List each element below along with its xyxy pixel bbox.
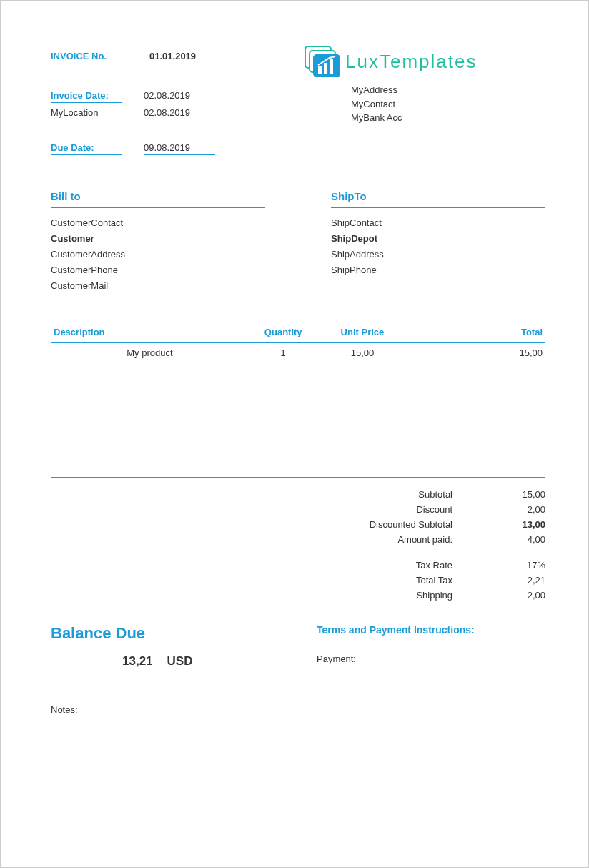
location-row: MyLocation 02.08.2019 bbox=[51, 107, 265, 118]
due-date-value: 09.08.2019 bbox=[144, 142, 215, 155]
subtotal-value: 15,00 bbox=[495, 489, 545, 500]
ship-to-title: ShipTo bbox=[331, 187, 545, 208]
tax-rate-row: Tax Rate 17% bbox=[302, 558, 545, 573]
ship-to-block: ShipTo ShipContact ShipDepot ShipAddress… bbox=[331, 187, 545, 294]
company-logo-block: LuxTemplates bbox=[302, 44, 545, 82]
header-left: INVOICE No. 01.01.2019 Invoice Date: 02.… bbox=[51, 51, 265, 155]
balance-due-title: Balance Due bbox=[51, 624, 251, 643]
total-tax-row: Total Tax 2,21 bbox=[302, 573, 545, 588]
bill-to-name: Customer bbox=[51, 231, 265, 247]
totals-block: Subtotal 15,00 Discount 2,00 Discounted … bbox=[51, 487, 545, 603]
invoice-date-label: Invoice Date: bbox=[51, 90, 122, 103]
terms-block: Terms and Payment Instructions: Payment: bbox=[317, 624, 545, 664]
tax-rate-value: 17% bbox=[495, 560, 545, 571]
table-header-row: Description Quantity Unit Price Total bbox=[51, 322, 545, 342]
bill-to-phone: CustomerPhone bbox=[51, 262, 265, 278]
svg-rect-5 bbox=[330, 59, 333, 74]
invoice-no-value: 01.01.2019 bbox=[149, 51, 196, 61]
ship-to-name: ShipDepot bbox=[331, 231, 545, 247]
terms-title: Terms and Payment Instructions: bbox=[317, 624, 545, 636]
shipping-value: 2,00 bbox=[495, 590, 545, 601]
bill-to-block: Bill to CustomerContact Customer Custome… bbox=[51, 187, 265, 294]
bill-to-address: CustomerAddress bbox=[51, 247, 265, 262]
bill-to-title: Bill to bbox=[51, 187, 265, 208]
balance-amount: 13,21 bbox=[122, 654, 153, 669]
subtotal-row: Subtotal 15,00 bbox=[302, 487, 545, 502]
balance-left: Balance Due 13,21 USD bbox=[51, 624, 251, 669]
col-description-header: Description bbox=[51, 322, 249, 342]
discount-label: Discount bbox=[302, 504, 495, 515]
amount-paid-row: Amount paid: 4,00 bbox=[302, 532, 545, 547]
ship-to-contact: ShipContact bbox=[331, 215, 545, 231]
invoice-meta: Invoice Date: 02.08.2019 MyLocation 02.0… bbox=[51, 90, 265, 155]
col-quantity-header: Quantity bbox=[249, 322, 318, 342]
balance-amount-row: 13,21 USD bbox=[51, 654, 251, 669]
discounted-subtotal-label: Discounted Subtotal bbox=[302, 519, 495, 530]
due-date-label: Due Date: bbox=[51, 142, 122, 155]
invoice-number-row: INVOICE No. 01.01.2019 bbox=[51, 51, 265, 61]
ship-to-address: ShipAddress bbox=[331, 247, 545, 262]
total-tax-value: 2,21 bbox=[495, 575, 545, 586]
discounted-subtotal-row: Discounted Subtotal 13,00 bbox=[302, 517, 545, 532]
amount-paid-label: Amount paid: bbox=[302, 534, 495, 545]
notes-block: Notes: bbox=[51, 704, 545, 715]
due-date-row: Due Date: 09.08.2019 bbox=[51, 142, 265, 155]
table-row: My product 1 15,00 15,00 bbox=[51, 342, 545, 363]
invoice-page: INVOICE No. 01.01.2019 Invoice Date: 02.… bbox=[0, 0, 589, 868]
totals-divider bbox=[51, 477, 545, 478]
header-row: INVOICE No. 01.01.2019 Invoice Date: 02.… bbox=[51, 51, 545, 155]
item-total: 15,00 bbox=[407, 342, 545, 363]
tax-rate-label: Tax Rate bbox=[302, 560, 495, 571]
totals-inner: Subtotal 15,00 Discount 2,00 Discounted … bbox=[302, 487, 545, 603]
ship-to-phone: ShipPhone bbox=[331, 262, 545, 278]
company-contact: MyContact bbox=[351, 97, 545, 112]
invoice-date-value: 02.08.2019 bbox=[144, 90, 190, 103]
company-address: MyAddress bbox=[351, 83, 545, 97]
svg-rect-3 bbox=[318, 66, 322, 74]
col-unit-price-header: Unit Price bbox=[318, 322, 407, 342]
shipping-row: Shipping 2,00 bbox=[302, 588, 545, 603]
svg-rect-4 bbox=[324, 63, 327, 74]
item-unit-price: 15,00 bbox=[318, 342, 407, 363]
discounted-subtotal-value: 13,00 bbox=[495, 519, 545, 530]
discount-row: Discount 2,00 bbox=[302, 502, 545, 517]
location-value: 02.08.2019 bbox=[144, 107, 190, 118]
bill-to-mail: CustomerMail bbox=[51, 278, 265, 294]
company-bank: MyBank Acc bbox=[351, 111, 545, 125]
header-right: LuxTemplates MyAddress MyContact MyBank … bbox=[302, 51, 545, 125]
item-quantity: 1 bbox=[249, 342, 318, 363]
discount-value: 2,00 bbox=[495, 504, 545, 515]
payment-label: Payment: bbox=[317, 654, 545, 664]
company-address-block: MyAddress MyContact MyBank Acc bbox=[351, 83, 545, 125]
shipping-label: Shipping bbox=[302, 590, 495, 601]
balance-currency: USD bbox=[167, 654, 193, 669]
notes-label: Notes: bbox=[51, 704, 78, 715]
line-items-table: Description Quantity Unit Price Total My… bbox=[51, 322, 545, 363]
bill-to-contact: CustomerContact bbox=[51, 215, 265, 231]
logo-chart-icon bbox=[302, 44, 345, 82]
location-label: MyLocation bbox=[51, 107, 122, 118]
invoice-date-row: Invoice Date: 02.08.2019 bbox=[51, 90, 265, 103]
subtotal-label: Subtotal bbox=[302, 489, 495, 500]
balance-row: Balance Due 13,21 USD Terms and Payment … bbox=[51, 624, 545, 669]
tax-block: Tax Rate 17% Total Tax 2,21 Shipping 2,0… bbox=[302, 558, 545, 603]
col-total-header: Total bbox=[407, 322, 545, 342]
company-name: LuxTemplates bbox=[345, 51, 477, 73]
parties-row: Bill to CustomerContact Customer Custome… bbox=[51, 187, 545, 294]
amount-paid-value: 4,00 bbox=[495, 534, 545, 545]
item-description: My product bbox=[51, 342, 249, 363]
total-tax-label: Total Tax bbox=[302, 575, 495, 586]
invoice-no-label: INVOICE No. bbox=[51, 51, 107, 61]
